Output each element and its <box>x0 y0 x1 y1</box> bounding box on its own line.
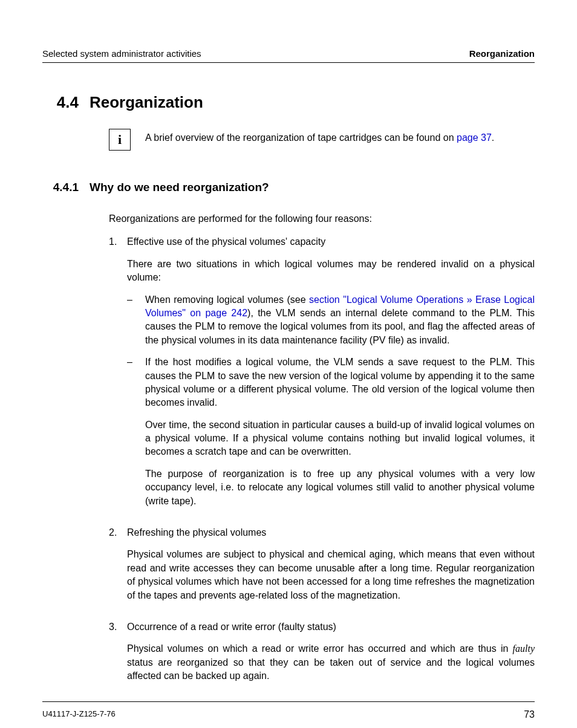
header-left: Selected system administrator activities <box>42 48 201 59</box>
doc-id: U41117-J-Z125-7-76 <box>42 709 116 720</box>
page-footer: U41117-J-Z125-7-76 73 <box>42 701 535 720</box>
list-item-para: Physical volumes are subject to physical… <box>127 548 535 602</box>
info-text: A brief overview of the reorganization o… <box>145 129 494 145</box>
list-item: 1. Effective use of the physical volumes… <box>109 235 535 516</box>
dash-item: – If the host modifies a logical volume,… <box>127 356 535 508</box>
section-number: 4.4 <box>42 93 79 112</box>
list-marker: 1. <box>109 235 127 516</box>
section-title-text: Reorganization <box>90 93 203 112</box>
list-item-title: Refreshing the physical volumes <box>127 526 535 539</box>
numbered-list: 1. Effective use of the physical volumes… <box>109 235 535 691</box>
list-item: 3. Occurrence of a read or write error (… <box>109 620 535 692</box>
dash-marker: – <box>127 293 145 348</box>
running-header: Selected system administrator activities… <box>42 48 535 63</box>
section-heading: 4.4 Reorganization <box>42 93 535 112</box>
list-item: 2. Refreshing the physical volumes Physi… <box>109 526 535 611</box>
page-number: 73 <box>524 709 535 720</box>
list-marker: 2. <box>109 526 127 611</box>
dash-para: Over time, the second situation in parti… <box>145 418 535 459</box>
subsection-title-text: Why do we need reorganization? <box>90 181 269 194</box>
intro-text: Reorganizations are performed for the fo… <box>109 212 535 226</box>
list-marker: 3. <box>109 620 127 692</box>
list-item-title: Occurrence of a read or write error (fau… <box>127 620 535 634</box>
dash-para: If the host modifies a logical volume, t… <box>145 356 535 410</box>
subsection-number: 4.4.1 <box>42 181 79 194</box>
dash-para: The purpose of reorganization is to free… <box>145 467 535 508</box>
info-note: i A brief overview of the reorganization… <box>109 129 535 151</box>
subsection-heading: 4.4.1 Why do we need reorganization? <box>42 181 535 194</box>
dash-item: – When removing logical volumes (see sec… <box>127 293 535 348</box>
list-item-para: Physical volumes on which a read or writ… <box>127 642 535 683</box>
dash-marker: – <box>127 356 145 508</box>
header-right: Reorganization <box>469 48 535 59</box>
list-item-title: Effective use of the physical volumes' c… <box>127 235 535 249</box>
list-item-para: There are two situations in which logica… <box>127 258 535 285</box>
info-link[interactable]: page 37 <box>457 132 492 143</box>
info-icon: i <box>109 129 131 151</box>
faulty-status-em: faulty <box>513 643 535 654</box>
dash-list: – When removing logical volumes (see sec… <box>127 293 535 508</box>
